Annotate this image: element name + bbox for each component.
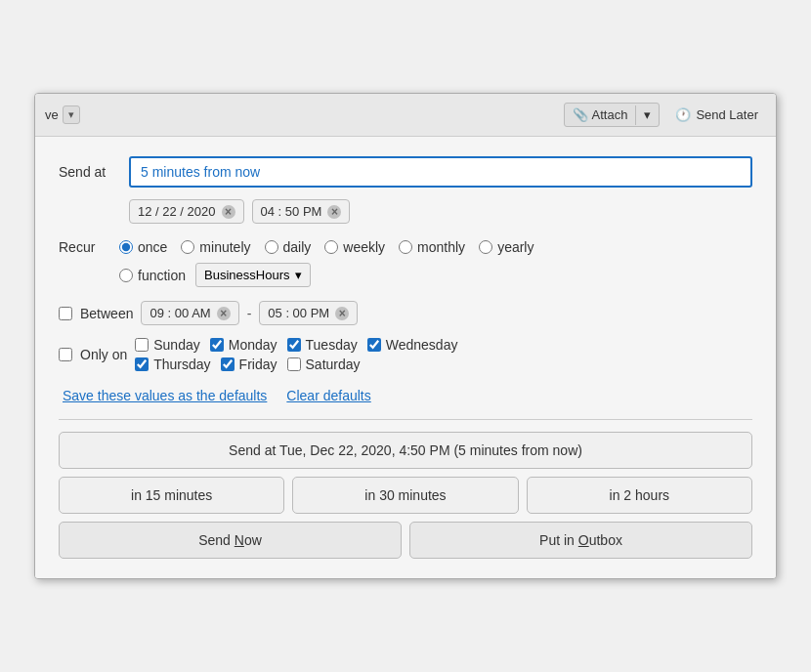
- recur-daily-label: daily: [283, 239, 312, 255]
- only-on-label: Only on: [80, 347, 127, 362]
- sunday-label: Sunday: [153, 337, 199, 353]
- time-pill[interactable]: 04 : 50 PM ×: [252, 199, 351, 224]
- between-checkbox-group: Between: [59, 306, 133, 321]
- time-close-button[interactable]: ×: [327, 205, 341, 219]
- window-dropdown[interactable]: ▾: [63, 105, 80, 124]
- monday-checkbox[interactable]: [210, 338, 224, 352]
- only-on-days: Sunday Monday Tuesday Wednesday: [135, 337, 457, 372]
- recur-weekly-label: weekly: [343, 239, 385, 255]
- clock-icon: 🕐: [675, 107, 691, 122]
- top-bar-left: ve ▾: [45, 105, 80, 124]
- only-on-checkbox[interactable]: [59, 348, 72, 361]
- clear-defaults-button[interactable]: Clear defaults: [286, 388, 370, 403]
- preview-button[interactable]: Send at Tue, Dec 22, 2020, 4:50 PM (5 mi…: [59, 432, 752, 469]
- recur-monthly-option[interactable]: monthly: [399, 239, 465, 255]
- day-sunday[interactable]: Sunday: [135, 337, 199, 353]
- quick-btns-row: in 15 minutes in 30 minutes in 2 hours: [59, 477, 752, 514]
- attach-dropdown-button[interactable]: ▾: [636, 104, 659, 126]
- in-30-button[interactable]: in 30 minutes: [292, 477, 518, 514]
- recur-weekly-radio[interactable]: [324, 240, 338, 254]
- between-end-close[interactable]: ×: [335, 307, 349, 320]
- between-start-time: 09 : 00 AM: [149, 306, 210, 320]
- send-at-label: Send at: [59, 164, 117, 180]
- send-later-button[interactable]: 🕐 Send Later: [667, 104, 766, 126]
- recur-weekly-option[interactable]: weekly: [324, 239, 385, 255]
- function-select[interactable]: BusinessHours ▾: [195, 263, 311, 287]
- top-bar: ve ▾ 📎 Attach ▾ 🕐 Send Later: [35, 94, 776, 137]
- recur-yearly-option[interactable]: yearly: [479, 239, 534, 255]
- days-row-1: Sunday Monday Tuesday Wednesday: [135, 337, 457, 353]
- wednesday-checkbox[interactable]: [367, 338, 381, 352]
- between-checkbox[interactable]: [59, 307, 72, 320]
- recur-once-radio[interactable]: [119, 240, 133, 254]
- send-at-row: Send at 5 minutes from now: [59, 156, 752, 188]
- friday-checkbox[interactable]: [221, 357, 235, 371]
- divider: [59, 419, 752, 420]
- saturday-checkbox[interactable]: [287, 357, 301, 371]
- datetime-row: 12 / 22 / 2020 × 04 : 50 PM ×: [129, 199, 752, 224]
- recur-minutely-option[interactable]: minutely: [181, 239, 250, 255]
- function-select-arrow: ▾: [295, 268, 302, 282]
- action-btns-row: Send Now Put in Outbox: [59, 522, 752, 559]
- recur-daily-radio[interactable]: [265, 240, 278, 254]
- top-bar-right: 📎 Attach ▾ 🕐 Send Later: [564, 103, 766, 127]
- day-friday[interactable]: Friday: [221, 357, 277, 372]
- recur-monthly-label: monthly: [417, 239, 465, 255]
- function-row: function BusinessHours ▾: [119, 263, 752, 287]
- wednesday-label: Wednesday: [386, 337, 458, 353]
- attach-arrow-icon: ▾: [644, 107, 651, 122]
- recur-function-option[interactable]: function: [119, 268, 186, 283]
- in-15-button[interactable]: in 15 minutes: [59, 477, 284, 514]
- recur-row: Recur once minutely daily weekly: [59, 239, 752, 255]
- thursday-checkbox[interactable]: [135, 357, 149, 371]
- attach-button[interactable]: 📎 Attach: [565, 104, 636, 126]
- date-pill[interactable]: 12 / 22 / 2020 ×: [129, 199, 244, 224]
- between-row: Between 09 : 00 AM × - 05 : 00 PM ×: [59, 301, 752, 325]
- attach-icon: 📎: [573, 107, 588, 122]
- tuesday-checkbox[interactable]: [287, 338, 301, 352]
- days-row-2: Thursday Friday Saturday: [135, 357, 457, 372]
- between-start-close[interactable]: ×: [217, 307, 231, 320]
- day-saturday[interactable]: Saturday: [287, 357, 361, 372]
- friday-label: Friday: [239, 357, 277, 372]
- recur-yearly-radio[interactable]: [479, 240, 492, 254]
- only-on-row: Only on Sunday Monday Tuesday: [59, 337, 752, 372]
- bottom-buttons: Send at Tue, Dec 22, 2020, 4:50 PM (5 mi…: [59, 432, 752, 559]
- recur-daily-option[interactable]: daily: [265, 239, 312, 255]
- only-on-checkbox-group: Only on: [59, 347, 127, 362]
- recur-section: Recur once minutely daily weekly: [59, 239, 752, 287]
- between-end-time: 05 : 00 PM: [268, 306, 329, 320]
- put-in-outbox-button[interactable]: Put in Outbox: [409, 522, 752, 559]
- save-defaults-button[interactable]: Save these values as the defaults: [63, 388, 267, 403]
- time-value: 04 : 50 PM: [261, 204, 322, 219]
- send-now-button[interactable]: Send Now: [59, 522, 402, 559]
- attach-label: Attach: [592, 107, 628, 122]
- send-at-input[interactable]: 5 minutes from now: [129, 156, 752, 188]
- between-start-pill[interactable]: 09 : 00 AM ×: [141, 301, 238, 325]
- attach-split: 📎 Attach ▾: [564, 103, 661, 127]
- saturday-label: Saturday: [306, 357, 361, 372]
- recur-minutely-radio[interactable]: [181, 240, 194, 254]
- recur-function-label: function: [138, 268, 186, 283]
- recur-yearly-label: yearly: [497, 239, 534, 255]
- in-2h-button[interactable]: in 2 hours: [527, 477, 752, 514]
- tuesday-label: Tuesday: [306, 337, 358, 353]
- between-dash: -: [247, 306, 252, 321]
- monday-label: Monday: [229, 337, 277, 353]
- send-later-label: Send Later: [696, 107, 758, 122]
- between-label: Between: [80, 306, 133, 321]
- recur-function-radio[interactable]: [119, 269, 133, 282]
- day-monday[interactable]: Monday: [210, 337, 277, 353]
- sunday-checkbox[interactable]: [135, 338, 149, 352]
- day-wednesday[interactable]: Wednesday: [367, 337, 458, 353]
- date-close-button[interactable]: ×: [222, 205, 235, 219]
- recur-once-option[interactable]: once: [119, 239, 167, 255]
- recur-once-label: once: [138, 239, 167, 255]
- thursday-label: Thursday: [153, 357, 210, 372]
- day-tuesday[interactable]: Tuesday: [287, 337, 358, 353]
- window-label: ve: [45, 107, 59, 122]
- recur-monthly-radio[interactable]: [399, 240, 412, 254]
- recur-minutely-label: minutely: [199, 239, 250, 255]
- between-end-pill[interactable]: 05 : 00 PM ×: [259, 301, 358, 325]
- day-thursday[interactable]: Thursday: [135, 357, 210, 372]
